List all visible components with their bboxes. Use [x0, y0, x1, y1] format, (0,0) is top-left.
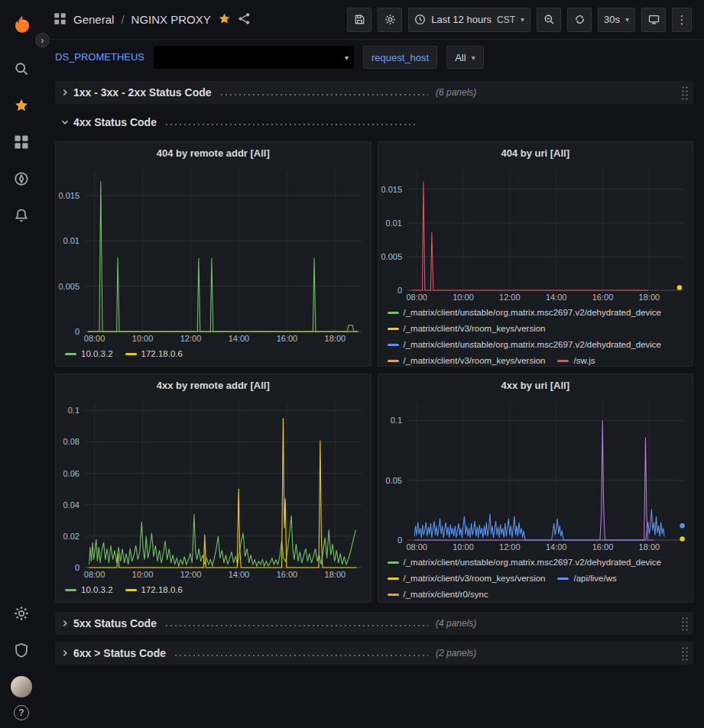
- panel-chart[interactable]: 08:0010:0012:0014:0016:0018:0000.050.1: [378, 396, 693, 553]
- help-icon[interactable]: ?: [14, 705, 29, 720]
- dashboard-settings-button[interactable]: [378, 8, 402, 32]
- legend-series-color-swatch: [388, 360, 399, 362]
- tv-mode-button[interactable]: [641, 8, 666, 32]
- row-6xx[interactable]: 6xx > Status Code (2 panels): [55, 642, 693, 665]
- save-floppy-icon: [354, 14, 365, 25]
- panel-header[interactable]: 404 by remote addr [All]: [56, 142, 371, 164]
- zoom-out-button[interactable]: [537, 8, 561, 32]
- breadcrumb-section[interactable]: General: [73, 13, 114, 26]
- row-drag-handle[interactable]: [681, 86, 689, 100]
- chevron-down-icon: ▾: [521, 15, 524, 24]
- legend-series-label: /_matrix/client/v3/room_keys/version: [404, 354, 546, 366]
- chevron-right-icon: [60, 618, 70, 629]
- legend-item[interactable]: /_matrix/client/unstable/org.matrix.msc2…: [388, 306, 662, 320]
- svg-text:0.05: 0.05: [385, 476, 401, 485]
- row-1xx-3xx-2xx[interactable]: 1xx - 3xx - 2xx Status Code (6 panels): [55, 81, 693, 104]
- variable-ds-value-select[interactable]: ▾: [154, 46, 354, 69]
- chevron-right-icon: [60, 87, 70, 98]
- legend-series-color-swatch: [388, 312, 399, 314]
- chevron-down-icon: ▾: [472, 53, 475, 62]
- panel-legend: 10.0.3.2172.18.0.6: [56, 581, 371, 602]
- legend-series-label: /_matrix/client/v3/room_keys/version: [404, 322, 546, 336]
- dashboards-icon[interactable]: [6, 124, 37, 160]
- svg-text:0.02: 0.02: [63, 532, 79, 541]
- svg-text:12:00: 12:00: [180, 334, 202, 343]
- legend-series-label: /_matrix/client/unstable/org.matrix.msc2…: [404, 338, 662, 352]
- search-icon[interactable]: [6, 50, 37, 87]
- svg-text:0.015: 0.015: [381, 185, 402, 194]
- legend-item[interactable]: /api/live/ws: [557, 571, 616, 586]
- dashboard-panel: 404 by remote addr [All] 08:0010:0012:00…: [55, 141, 371, 367]
- refresh-icon: [574, 14, 586, 25]
- svg-text:12:00: 12:00: [180, 570, 202, 579]
- panel-header[interactable]: 404 by uri [All]: [378, 142, 693, 164]
- starred-dashboards-icon[interactable]: [6, 87, 37, 124]
- svg-text:14:00: 14:00: [545, 542, 566, 552]
- legend-item[interactable]: 10.0.3.2: [65, 583, 113, 597]
- variable-value-text: All: [455, 52, 466, 63]
- legend-item[interactable]: /_matrix/client/unstable/org.matrix.msc2…: [388, 555, 662, 570]
- legend-item[interactable]: 172.18.0.6: [125, 583, 183, 597]
- variable-ds-label[interactable]: DS_PROMETHEUS: [55, 46, 144, 69]
- legend-series-color-swatch: [557, 578, 569, 580]
- legend-item[interactable]: 172.18.0.6: [125, 347, 183, 361]
- refresh-button[interactable]: [567, 8, 592, 32]
- chevron-right-glyph: ›: [41, 36, 44, 45]
- chevron-down-icon: [60, 117, 70, 128]
- dashboard-content: 1xx - 3xx - 2xx Status Code (6 panels) 4…: [43, 75, 704, 665]
- explore-compass-icon[interactable]: [6, 160, 37, 197]
- favorite-star-icon[interactable]: [218, 12, 231, 28]
- row-5xx[interactable]: 5xx Status Code (4 panels): [55, 612, 693, 635]
- time-range-picker[interactable]: Last 12 hours CST ▾: [408, 8, 530, 32]
- breadcrumb: General / NGINX PROXY: [54, 12, 251, 28]
- legend-item[interactable]: /_matrix/client/v3/room_keys/version: [388, 322, 546, 336]
- legend-series-label: 10.0.3.2: [81, 347, 113, 361]
- user-avatar[interactable]: [11, 676, 32, 697]
- monitor-icon: [648, 14, 660, 25]
- svg-text:18:00: 18:00: [638, 293, 660, 302]
- panel-chart[interactable]: 08:0010:0012:0014:0016:0018:0000.0050.01…: [378, 164, 693, 303]
- save-dashboard-button[interactable]: [347, 8, 371, 32]
- panel-legend: /_matrix/client/unstable/org.matrix.msc2…: [378, 553, 693, 602]
- panel-chart[interactable]: 08:0010:0012:0014:0016:0018:0000.0050.01…: [56, 164, 371, 345]
- legend-series-color-swatch: [125, 589, 137, 591]
- panel-header[interactable]: 4xx by uri [All]: [378, 374, 693, 396]
- panel-chart[interactable]: 08:0010:0012:0014:0016:0018:0000.020.040…: [56, 396, 371, 581]
- variable-request-host-select[interactable]: All ▾: [446, 46, 483, 69]
- svg-text:10:00: 10:00: [132, 334, 154, 343]
- refresh-interval-dropdown[interactable]: 30s ▾: [598, 8, 635, 32]
- svg-text:18:00: 18:00: [638, 542, 660, 552]
- settings-gear-icon[interactable]: [6, 595, 37, 632]
- legend-item[interactable]: /_matrix/client/r0/sync: [388, 587, 488, 602]
- svg-text:10:00: 10:00: [132, 570, 154, 579]
- svg-text:16:00: 16:00: [277, 334, 298, 343]
- legend-item[interactable]: /_matrix/client/v3/room_keys/version: [388, 354, 546, 366]
- row-drag-handle[interactable]: [681, 616, 689, 631]
- clock-icon: [414, 14, 426, 25]
- svg-text:10:00: 10:00: [453, 293, 474, 302]
- svg-text:0.1: 0.1: [68, 406, 79, 415]
- panel-title: 404 by uri [All]: [501, 147, 569, 159]
- dashboard-panel: 4xx by uri [All] 08:0010:0012:0014:0016:…: [378, 374, 694, 603]
- chevron-down-icon: ▾: [625, 15, 629, 24]
- share-icon[interactable]: [238, 12, 251, 28]
- row-4xx[interactable]: 4xx Status Code: [55, 111, 693, 134]
- svg-text:14:00: 14:00: [229, 334, 250, 343]
- panel-header[interactable]: 4xx by remote addr [All]: [56, 374, 371, 396]
- chevron-down-icon: ▾: [345, 53, 349, 62]
- more-options-button[interactable]: ⋮: [672, 8, 692, 32]
- legend-item[interactable]: /sw.js: [557, 354, 595, 366]
- dashboard-title[interactable]: NGINX PROXY: [131, 13, 211, 26]
- legend-item[interactable]: 10.0.3.2: [65, 347, 113, 361]
- row-drag-handle[interactable]: [681, 646, 689, 661]
- variable-request-host-label[interactable]: request_host: [363, 46, 437, 69]
- alerting-bell-icon[interactable]: [6, 197, 37, 234]
- dashboard-header: General / NGINX PROXY Last 12 hours CST …: [43, 0, 704, 40]
- legend-item[interactable]: /_matrix/client/v3/room_keys/version: [388, 571, 546, 586]
- legend-item[interactable]: /_matrix/client/unstable/org.matrix.msc2…: [388, 338, 662, 352]
- grafana-logo-icon[interactable]: [6, 9, 37, 40]
- admin-shield-icon[interactable]: [6, 632, 37, 668]
- svg-text:18:00: 18:00: [325, 334, 346, 343]
- sidebar-expand-toggle[interactable]: ›: [35, 33, 50, 47]
- apps-grid-icon[interactable]: [54, 12, 67, 28]
